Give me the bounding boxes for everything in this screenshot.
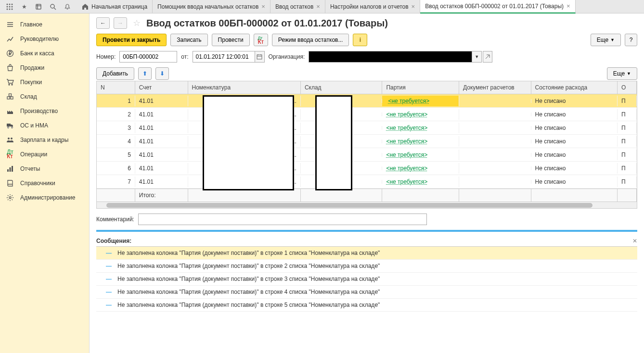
move-up-button[interactable]: ⬆ bbox=[138, 67, 152, 80]
grid-wrapper: N Счет Номенклатура Склад Партия Докумен… bbox=[96, 81, 637, 209]
cell-batch[interactable]: <не требуется> bbox=[382, 96, 459, 106]
col-header-doc[interactable]: Документ расчетов bbox=[459, 81, 531, 94]
cell-batch[interactable]: <не требуется> bbox=[382, 163, 459, 174]
cell-account: 41.01 bbox=[135, 150, 188, 160]
message-row[interactable]: —Не заполнена колонка "Партия (документ … bbox=[96, 273, 637, 286]
col-header-n[interactable]: N bbox=[97, 81, 135, 94]
main-content: ← → ☆ Ввод остатков 00БП-000002 от 01.01… bbox=[90, 13, 644, 353]
col-header-last[interactable]: О bbox=[618, 81, 637, 94]
svg-point-12 bbox=[9, 84, 10, 85]
calendar-icon[interactable] bbox=[255, 51, 265, 63]
sidebar-item[interactable]: Справочники bbox=[0, 176, 89, 190]
number-input[interactable] bbox=[119, 51, 177, 63]
number-label: Номер: bbox=[96, 53, 116, 60]
save-button[interactable]: Записать bbox=[170, 34, 207, 46]
sidebar-item[interactable]: ОС и НМА bbox=[0, 118, 89, 133]
org-open-button[interactable] bbox=[483, 51, 492, 63]
batch-link[interactable]: <не требуется> bbox=[386, 138, 427, 145]
favorite-button[interactable]: ☆ bbox=[131, 17, 142, 29]
col-header-account[interactable]: Счет bbox=[135, 81, 188, 94]
more-button[interactable]: Еще▼ bbox=[591, 34, 621, 46]
move-down-button[interactable]: ⬇ bbox=[155, 67, 169, 80]
sidebar-item[interactable]: ДтКтОперации bbox=[0, 147, 89, 162]
add-button[interactable]: Добавить bbox=[96, 67, 134, 80]
tab-close-icon[interactable]: × bbox=[316, 3, 320, 10]
batch-link[interactable]: <не требуется> bbox=[386, 111, 427, 118]
cell-last: П bbox=[618, 109, 637, 120]
org-dropdown-button[interactable]: ▼ bbox=[472, 51, 482, 63]
table-more-button[interactable]: Еще▼ bbox=[607, 67, 637, 80]
star-icon[interactable]: ★ bbox=[17, 0, 31, 13]
post-button[interactable]: Провести bbox=[212, 34, 250, 46]
dtk-button[interactable]: ДтКт bbox=[254, 34, 268, 46]
sidebar-item[interactable]: Руководителю bbox=[0, 32, 89, 46]
history-icon[interactable] bbox=[32, 0, 45, 13]
sidebar-item[interactable]: Отчеты bbox=[0, 162, 89, 176]
batch-link[interactable]: <не требуется> bbox=[386, 151, 427, 158]
tab[interactable]: Настройки налогов и отчетов× bbox=[325, 0, 420, 13]
batch-link[interactable]: <не требуется> bbox=[386, 125, 427, 131]
messages-close-button[interactable]: ✕ bbox=[632, 238, 637, 244]
redacted-nomenclature-area bbox=[203, 95, 294, 190]
col-header-batch[interactable]: Партия bbox=[382, 81, 459, 94]
info-button[interactable]: i bbox=[353, 34, 367, 46]
sidebar-item[interactable]: Покупки bbox=[0, 75, 89, 89]
messages-list: —Не заполнена колонка "Партия (документ … bbox=[96, 246, 637, 312]
help-button[interactable]: ? bbox=[625, 34, 637, 46]
message-row[interactable]: —Не заполнена колонка "Партия (документ … bbox=[96, 286, 637, 299]
col-header-nomenclature[interactable]: Номенклатура bbox=[188, 81, 301, 94]
cell-batch[interactable]: <не требуется> bbox=[382, 176, 459, 187]
col-header-warehouse[interactable]: Склад bbox=[301, 81, 383, 94]
cell-account: 41.01 bbox=[135, 176, 188, 187]
post-and-close-button[interactable]: Провести и закрыть bbox=[96, 34, 167, 46]
col-header-state[interactable]: Состояние расхода bbox=[531, 81, 618, 94]
message-row[interactable]: —Не заполнена колонка "Партия (документ … bbox=[96, 260, 637, 273]
cell-batch[interactable]: <не требуется> bbox=[382, 109, 459, 120]
sidebar-item[interactable]: Зарплата и кадры bbox=[0, 133, 89, 147]
table-row[interactable]: 541.01...<не требуется>Не списаноП bbox=[97, 148, 637, 162]
cell-batch[interactable]: <не требуется> bbox=[382, 123, 459, 133]
sidebar-item[interactable]: Главное bbox=[0, 17, 89, 32]
tab-close-icon[interactable]: × bbox=[412, 3, 415, 10]
table-row[interactable]: 741.01...<не требуется>Не списаноП bbox=[97, 175, 637, 189]
message-row[interactable]: —Не заполнена колонка "Партия (документ … bbox=[96, 299, 637, 312]
batch-link[interactable]: <не требуется> bbox=[386, 97, 431, 105]
tab[interactable]: Ввод остатков× bbox=[270, 0, 325, 13]
scrollbar-thumb[interactable] bbox=[106, 203, 592, 208]
book-icon bbox=[6, 179, 14, 188]
search-icon[interactable] bbox=[46, 0, 60, 13]
sidebar-item[interactable]: Склад bbox=[0, 89, 89, 104]
horizontal-scrollbar[interactable] bbox=[97, 202, 637, 208]
cell-batch[interactable]: <не требуется> bbox=[382, 150, 459, 160]
svg-point-5 bbox=[12, 6, 13, 7]
cell-state: Не списано bbox=[531, 96, 618, 106]
sidebar-item[interactable]: Производство bbox=[0, 104, 89, 118]
table-row[interactable]: 141.01...<не требуется>Не списаноП bbox=[97, 94, 637, 108]
apps-icon[interactable] bbox=[3, 0, 16, 13]
table-row[interactable]: 341.01...<не требуется>Не списаноП bbox=[97, 121, 637, 135]
table-row[interactable]: 641.01...<не требуется>Не списаноП bbox=[97, 162, 637, 175]
table-row[interactable]: 241.01...<не требуется>Не списаноП bbox=[97, 108, 637, 121]
mode-button[interactable]: Режим ввода остатков... bbox=[272, 34, 349, 46]
tab[interactable]: Начальная страница bbox=[77, 0, 153, 13]
org-input[interactable] bbox=[309, 51, 472, 63]
tab[interactable]: Ввод остатков 00БП-000002 от 01.01.2017 … bbox=[420, 0, 575, 13]
svg-point-20 bbox=[11, 138, 13, 139]
message-row[interactable]: —Не заполнена колонка "Партия (документ … bbox=[96, 247, 637, 260]
cell-batch[interactable]: <не требуется> bbox=[382, 136, 459, 147]
tab-close-icon[interactable]: × bbox=[261, 3, 265, 10]
sidebar-item[interactable]: Администрирование bbox=[0, 190, 89, 205]
comment-input[interactable] bbox=[138, 214, 427, 225]
tab[interactable]: Помощник ввода начальных остатков× bbox=[153, 0, 270, 13]
svg-point-10 bbox=[51, 4, 54, 8]
date-input[interactable] bbox=[193, 51, 255, 63]
sidebar-item[interactable]: Банк и касса bbox=[0, 46, 89, 61]
bell-icon[interactable] bbox=[61, 0, 74, 13]
batch-link[interactable]: <не требуется> bbox=[386, 178, 427, 185]
batch-link[interactable]: <не требуется> bbox=[386, 165, 427, 172]
table-row[interactable]: 441.01...<не требуется>Не списаноП bbox=[97, 135, 637, 148]
sidebar-item[interactable]: Продажи bbox=[0, 61, 89, 75]
back-button[interactable]: ← bbox=[96, 17, 110, 29]
forward-button[interactable]: → bbox=[114, 17, 127, 29]
tab-close-icon[interactable]: × bbox=[567, 2, 570, 10]
